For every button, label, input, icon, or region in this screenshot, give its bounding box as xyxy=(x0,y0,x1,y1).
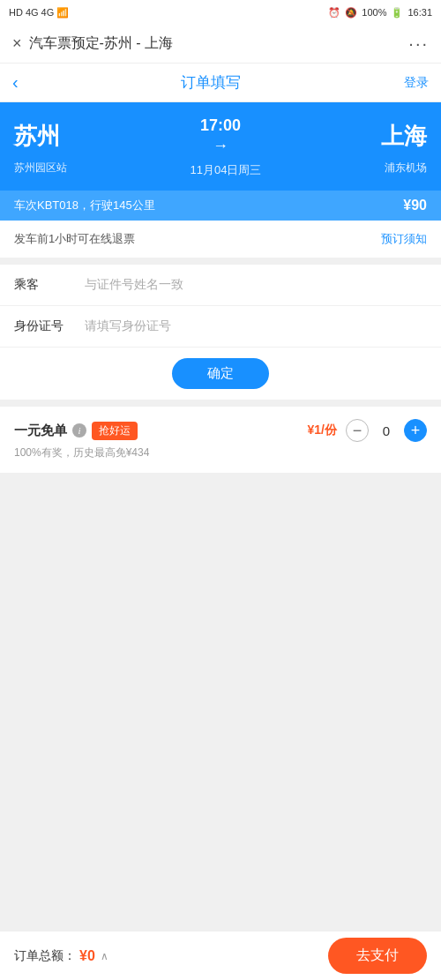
ticket-price: ¥90 xyxy=(403,198,427,213)
status-bar: HD 4G 4G 📶 ⏰ 🔕 100% 🔋 16:31 xyxy=(0,0,441,25)
to-station: 浦东机场 xyxy=(385,161,427,178)
title-bar: × 汽车票预定-苏州 - 上海 ··· xyxy=(0,25,441,64)
promo-info-icon[interactable]: i xyxy=(72,423,86,438)
time-display: 16:31 xyxy=(407,7,432,18)
route-arrow: → xyxy=(213,137,228,155)
alarm-icon: ⏰ xyxy=(328,7,340,19)
passenger-label: 乘客 xyxy=(14,277,85,293)
passenger-input[interactable]: 与证件号姓名一致 xyxy=(85,277,427,293)
login-button[interactable]: 登录 xyxy=(404,75,429,91)
to-city: 上海 xyxy=(381,121,427,152)
train-info-label: 车次KBT018，行驶145公里 xyxy=(14,198,155,213)
passenger-row: 乘客 与证件号姓名一致 xyxy=(0,265,441,306)
promo-price: ¥1/份 xyxy=(308,423,337,438)
id-label: 身份证号 xyxy=(14,318,85,334)
promo-subtitle: 100%有奖，历史最高免¥434 xyxy=(14,445,427,460)
order-total: 订单总额： ¥0 ∧ xyxy=(14,948,108,964)
battery-level: 100% xyxy=(362,7,386,18)
from-city: 苏州 xyxy=(14,121,60,152)
wifi-icon: 📶 xyxy=(56,7,69,19)
promo-plus-button[interactable]: + xyxy=(404,419,427,442)
promo-badge[interactable]: 抢好运 xyxy=(92,422,138,440)
refund-link[interactable]: 预订须知 xyxy=(381,231,427,247)
refund-notice: 发车前1小时可在线退票 预订须知 xyxy=(0,221,441,265)
status-right: ⏰ 🔕 100% 🔋 16:31 xyxy=(328,7,432,19)
promo-section: 一元免单 i 抢好运 ¥1/份 − 0 + 100%有奖，历史最高免¥434 xyxy=(0,407,441,480)
form-section: 乘客 与证件号姓名一致 身份证号 请填写身份证号 确定 xyxy=(0,265,441,407)
pay-button[interactable]: 去支付 xyxy=(328,938,427,974)
route-card: 苏州 17:00 → 上海 苏州园区站 11月04日周三 浦东机场 xyxy=(0,102,441,191)
mute-icon: 🔕 xyxy=(345,7,357,19)
from-station: 苏州园区站 xyxy=(14,161,67,178)
status-left: HD 4G 4G 📶 xyxy=(9,7,69,19)
id-input[interactable]: 请填写身份证号 xyxy=(85,318,427,334)
depart-time: 17:00 xyxy=(200,116,241,135)
network-icon: HD xyxy=(9,7,23,18)
nav-title: 订单填写 xyxy=(181,72,241,93)
total-label: 订单总额： xyxy=(14,948,76,964)
close-icon[interactable]: × xyxy=(12,34,22,53)
promo-count: 0 xyxy=(377,423,395,438)
confirm-button[interactable]: 确定 xyxy=(172,358,269,389)
back-button[interactable]: ‹ xyxy=(12,72,19,93)
nav-bar: ‹ 订单填写 登录 xyxy=(0,64,441,102)
main-content xyxy=(0,480,441,780)
confirm-row: 确定 xyxy=(0,348,441,400)
id-row: 身份证号 请填写身份证号 xyxy=(0,306,441,348)
train-info-row: 车次KBT018，行驶145公里 ¥90 xyxy=(0,191,441,221)
bottom-bar: 订单总额： ¥0 ∧ 去支付 xyxy=(0,931,441,980)
page-title: 汽车票预定-苏州 - 上海 xyxy=(29,34,174,53)
battery-icon: 🔋 xyxy=(391,7,403,19)
route-date: 11月04日周三 xyxy=(191,162,262,178)
total-price: ¥0 xyxy=(79,948,95,964)
more-button[interactable]: ··· xyxy=(408,34,429,54)
chevron-up-icon[interactable]: ∧ xyxy=(101,950,108,962)
refund-text: 发车前1小时可在线退票 xyxy=(14,231,135,247)
title-bar-left: × 汽车票预定-苏州 - 上海 xyxy=(12,34,173,53)
signal-icon: 4G 4G xyxy=(26,7,54,18)
promo-minus-button[interactable]: − xyxy=(346,419,369,442)
promo-title: 一元免单 xyxy=(14,423,67,439)
